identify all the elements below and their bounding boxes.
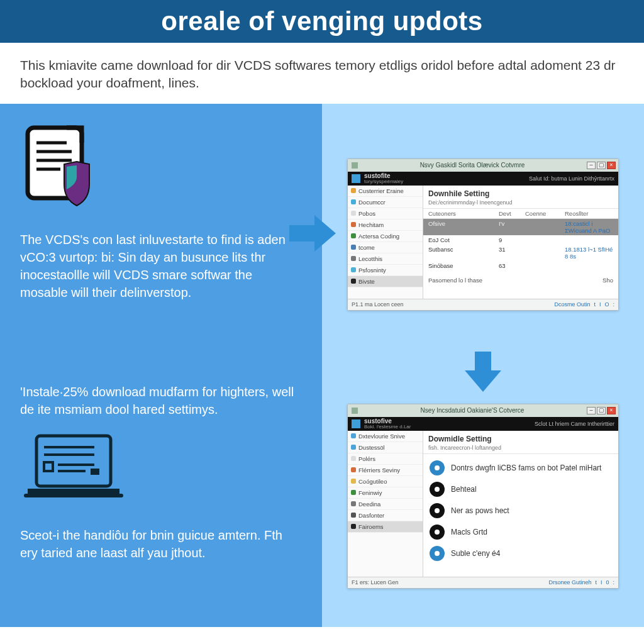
svg-rect-7 (24, 494, 123, 497)
sidebar-item[interactable]: Documccr (348, 197, 423, 208)
column-header: Coenne (525, 210, 565, 217)
top-right-links[interactable]: Salut Id: butma Lunin Dithýrttanrtx (529, 175, 614, 182)
sidebar-item[interactable]: Hechitam (348, 219, 423, 231)
window-menu-icon (352, 408, 358, 414)
sidebar-item-label: Flérriers Seviny (358, 467, 400, 474)
table-row[interactable]: EoJ Cot9 (423, 235, 618, 245)
cell: EoJ Cot (428, 236, 499, 243)
sidebar-item[interactable]: Psfosninty (348, 265, 423, 276)
cell: Ofsive (428, 220, 499, 234)
status-link[interactable]: : (613, 579, 614, 586)
sidebar-item-label: Fairoems (358, 523, 384, 530)
table-row[interactable]: OfsiveI'v18:casticl i ΣWicuand A PaO (423, 219, 618, 235)
status-link[interactable]: I (599, 301, 601, 308)
step2-text-1: 'Instale·25% download mudfarm for highte… (20, 383, 302, 418)
step2-text-2: Sceot-i the handiôu for bnin guicue amte… (20, 526, 302, 562)
nav-dot-icon (351, 211, 356, 216)
sidebar-item-label: Dustessöl (358, 444, 385, 451)
sidebar-item-label: Deedina (358, 501, 380, 508)
table-row[interactable]: Sutbansc3118.1813 l~1 SfIHé 8 8s (423, 245, 618, 261)
window-title: Nsey Incsdatuid Oakianie'S Cotverce (358, 407, 587, 414)
sidebar-item-label: Documccr (358, 199, 386, 206)
cell: 18.1813 l~1 SfIHé 8 8s (565, 246, 613, 260)
setting-icon (430, 460, 445, 475)
sidebar-item[interactable]: Custerrier Eraine (348, 186, 423, 197)
nav-dot-icon (351, 267, 356, 272)
status-link[interactable]: : (613, 301, 614, 308)
sidebar-item-label: Hechitam (358, 221, 384, 228)
statusbar-right[interactable]: Dcosme OutintIO: (550, 301, 614, 308)
maximize-button[interactable]: ▢ (597, 407, 606, 414)
header-title: oreale of venging updots (161, 6, 482, 36)
settings-window-2: Nsey Incsdatuid Oakianie'S Cotverce – ▢ … (347, 404, 619, 589)
laptop-icon (20, 432, 302, 510)
window-title: Nsvy Gaskidl Sorita Olævick Cotvmre (358, 162, 587, 169)
sidebar-item[interactable]: Dxtevlourie Snive (348, 431, 423, 442)
svg-point-16 (435, 508, 440, 513)
pane-title: Downhile Setting (423, 186, 618, 199)
sidebar-item-label: Dxtevlourie Snive (358, 433, 405, 440)
setting-item[interactable]: Behteal (430, 482, 612, 497)
sidebar-nav: Custerrier EraineDocumccrPobosHechitamAc… (348, 186, 423, 299)
status-link[interactable]: Dcosme Outin (554, 301, 590, 308)
sidebar-item[interactable]: Flérriers Seviny (348, 465, 423, 476)
sidebar-item[interactable]: Feninwiy (348, 487, 423, 499)
setting-icon (430, 546, 445, 561)
sidebar-item-label: Feninwiy (358, 489, 382, 496)
nav-dot-icon (351, 233, 356, 238)
sidebar-item[interactable]: Actersa Coding (348, 231, 423, 242)
sidebar-item[interactable]: Fairoems (348, 521, 423, 533)
footer-left-text: Pasomend lo l thase (428, 277, 482, 284)
sidebar-item[interactable]: tcome (348, 242, 423, 253)
nav-dot-icon (351, 256, 356, 261)
sidebar-item[interactable]: Coógutileo (348, 476, 423, 487)
brand-logo-icon (352, 419, 360, 428)
minimize-button[interactable]: – (587, 162, 596, 169)
sidebar-item[interactable]: Dustessöl (348, 442, 423, 453)
sidebar-item[interactable]: Pobos (348, 208, 423, 219)
statusbar-right[interactable]: Drsonee GutinehtI0: (545, 579, 614, 586)
table-row[interactable]: Sinóbase63 (423, 261, 618, 270)
cell (525, 220, 565, 234)
status-link[interactable]: I (601, 579, 602, 586)
close-button[interactable]: × (607, 407, 616, 414)
statusbar-left: P1.1 ma Locen ceen (352, 301, 404, 308)
sidebar-item[interactable]: Lecotthis (348, 253, 423, 265)
status-link[interactable]: 0 (606, 579, 609, 586)
setting-icon (430, 482, 445, 497)
status-link[interactable]: O (604, 301, 609, 308)
status-link[interactable]: Drsonee Gutineh (548, 579, 591, 586)
sidebar-item[interactable]: Bivste (348, 276, 423, 287)
sidebar-item[interactable]: Deedina (348, 499, 423, 510)
nav-dot-icon (351, 279, 356, 284)
svg-point-18 (435, 551, 440, 556)
minimize-button[interactable]: – (587, 407, 596, 414)
setting-label: Behteal (451, 485, 477, 494)
setting-item[interactable]: Macls Grtd (430, 525, 612, 540)
cell: 9 (499, 236, 525, 243)
nav-dot-icon (351, 501, 356, 506)
status-link[interactable]: t (594, 301, 596, 308)
nav-dot-icon (351, 513, 356, 518)
cell (525, 236, 565, 243)
brand-logo-icon (352, 174, 360, 183)
top-right-links[interactable]: Sclot Lt hriem Came Intherirttier (535, 421, 614, 427)
maximize-button[interactable]: ▢ (597, 162, 606, 169)
setting-item[interactable]: Ner as pows hect (430, 503, 612, 518)
brand-subtitle: tory/syspeémaley (364, 179, 403, 184)
settings-window-1: Nsvy Gaskidl Sorita Olævick Cotvmre – ▢ … (347, 158, 619, 311)
setting-label: Dontrs dwgfn liCBS fams on bot Patel miH… (451, 464, 601, 472)
window-menu-icon (352, 162, 358, 169)
cell: Sutbansc (428, 246, 499, 260)
sidebar-item[interactable]: Dasfonter (348, 510, 423, 521)
header-bar: oreale of venging updots (0, 0, 644, 43)
setting-item[interactable]: Suble c'eny é4 (430, 546, 612, 561)
nav-dot-icon (351, 433, 356, 438)
setting-item[interactable]: Dontrs dwgfn liCBS fams on bot Patel miH… (430, 460, 612, 475)
sidebar-item[interactable]: Polérs (348, 453, 423, 465)
footer-right-text: Sho (602, 277, 613, 284)
close-button[interactable]: × (607, 162, 616, 169)
status-link[interactable]: t (595, 579, 597, 586)
nav-dot-icon (351, 479, 356, 484)
nav-dot-icon (351, 524, 356, 529)
